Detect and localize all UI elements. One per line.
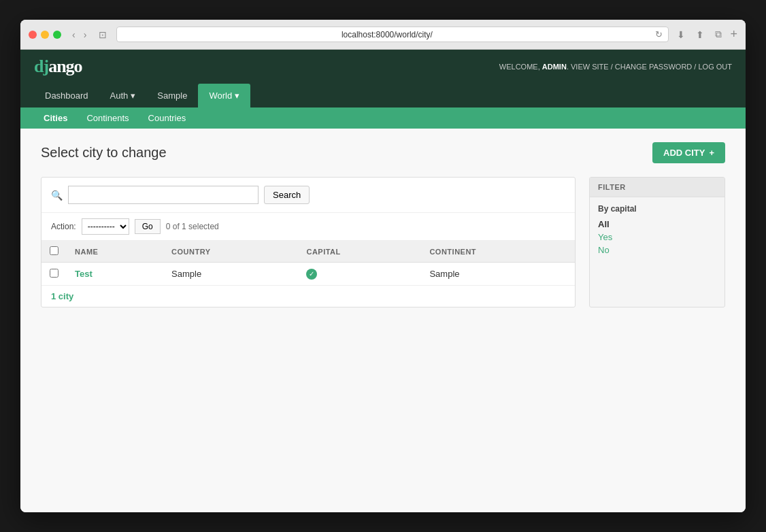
row-checkbox-cell [41,263,67,286]
sub-nav-countries[interactable]: Countries [139,107,196,129]
table-row: Test Sample ✓ Sample [41,263,575,286]
action-row: Action: ---------- Go 0 of 1 selected [41,213,575,241]
change-password-link[interactable]: CHANGE PASSWORD [615,63,692,71]
download-button[interactable]: ⬇ [674,28,688,41]
traffic-lights [29,31,61,39]
col-name[interactable]: NAME [67,241,163,263]
filter-link-no[interactable]: No [598,244,716,256]
header-user-info: WELCOME, ADMIN. VIEW SITE / CHANGE PASSW… [499,63,732,71]
main-table-area: 🔍 Search Action: ---------- Go 0 of 1 se… [41,177,576,307]
logout-link[interactable]: LOG OUT [698,63,732,71]
filter-panel: FILTER By capital All Yes No [589,177,725,307]
add-city-button[interactable]: ADD CITY + [652,142,725,163]
admin-header: django WELCOME, ADMIN. VIEW SITE / CHANG… [20,50,746,84]
browser-window: ‹ › ⊡ ↻ ⬇ ⬆ ⧉ + django WELCOME, ADMIN. V… [20,20,746,512]
content-area: Select city to change ADD CITY + 🔍 Searc… [20,129,746,321]
share-button[interactable]: ⬆ [693,28,707,41]
nav-item-sample[interactable]: Sample [146,84,198,107]
row-name-link[interactable]: Test [75,269,93,279]
go-button[interactable]: Go [135,219,161,234]
main-nav: Dashboard Auth ▾ Sample World ▾ [20,84,746,107]
back-button[interactable]: ‹ [69,28,78,41]
browser-chrome: ‹ › ⊡ ↻ ⬇ ⬆ ⧉ + [20,20,746,50]
minimize-traffic-light[interactable] [41,31,49,39]
filter-link-all[interactable]: All [598,218,716,231]
address-bar[interactable] [122,30,651,39]
browser-nav-buttons: ‹ › [69,28,89,41]
nav-item-dashboard[interactable]: Dashboard [34,84,99,107]
add-city-icon: + [709,148,714,158]
world-dropdown-icon: ▾ [235,90,239,101]
selection-count: 0 of 1 selected [166,222,219,231]
select-all-checkbox[interactable] [50,246,59,255]
table-header-row: NAME COUNTRY CAPITAL CONTINENT [41,241,575,263]
tabs-button[interactable]: ⧉ [712,27,725,41]
search-icon: 🔍 [51,190,63,201]
close-traffic-light[interactable] [29,31,37,39]
action-label: Action: [51,222,76,231]
row-continent-cell: Sample [421,263,575,286]
capital-check-icon: ✓ [306,269,317,280]
row-checkbox[interactable] [50,269,59,278]
address-bar-wrapper: ↻ [116,27,669,42]
add-city-label: ADD CITY [663,148,705,158]
row-country-cell: Sample [163,263,298,286]
sub-nav-continents[interactable]: Continents [77,107,138,129]
browser-actions: ⬇ ⬆ ⧉ [674,27,725,41]
col-country[interactable]: COUNTRY [163,241,298,263]
view-site-link[interactable]: VIEW SITE [571,63,609,71]
sub-nav: Cities Continents Countries [20,107,746,129]
table-count: 1 city [51,291,73,301]
world-label: World [209,90,232,101]
fullscreen-traffic-light[interactable] [53,31,61,39]
username: ADMIN [542,63,567,71]
reload-button[interactable]: ↻ [655,29,663,39]
col-capital[interactable]: CAPITAL [298,241,421,263]
django-logo: django [34,56,82,77]
row-capital-cell: ✓ [298,263,421,286]
page-title: Select city to change [41,145,167,161]
new-tab-button[interactable]: + [730,27,737,41]
col-checkbox [41,241,67,263]
row-name-cell: Test [67,263,163,286]
table-footer: 1 city [41,285,575,307]
content-box: 🔍 Search Action: ---------- Go 0 of 1 se… [41,177,725,307]
filter-section-capital: By capital All Yes No [590,197,725,263]
auth-dropdown-icon: ▾ [131,90,135,101]
search-input[interactable] [68,186,259,204]
tab-icon-button[interactable]: ⊡ [95,28,111,41]
data-table: NAME COUNTRY CAPITAL CONTINENT [41,241,575,285]
forward-button[interactable]: › [81,28,90,41]
filter-section-title: By capital [598,204,716,214]
search-bar: 🔍 Search [41,178,575,213]
welcome-text: WELCOME, [499,63,540,71]
sub-nav-cities[interactable]: Cities [34,107,77,129]
col-continent[interactable]: CONTINENT [421,241,575,263]
nav-item-world[interactable]: World ▾ [198,84,250,107]
auth-label: Auth [110,90,129,101]
search-button[interactable]: Search [264,186,310,204]
page-header: Select city to change ADD CITY + [41,142,725,163]
action-select[interactable]: ---------- [82,218,129,235]
django-admin: django WELCOME, ADMIN. VIEW SITE / CHANG… [20,50,746,512]
filter-title: FILTER [590,178,725,197]
filter-link-yes[interactable]: Yes [598,231,716,244]
nav-item-auth[interactable]: Auth ▾ [99,84,147,107]
